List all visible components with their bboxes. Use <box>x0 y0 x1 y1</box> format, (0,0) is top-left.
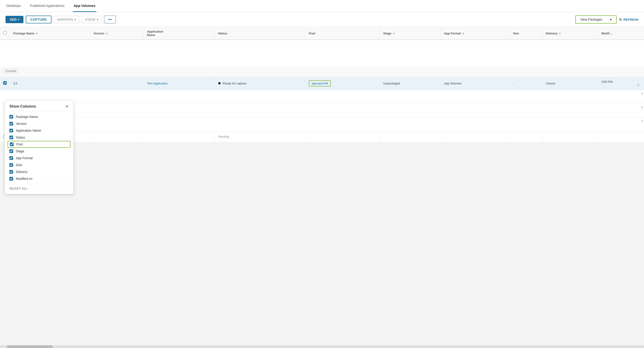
col-checkbox-application-name[interactable] <box>10 129 13 132</box>
header-package-name[interactable]: Package Name ▾ <box>10 27 90 40</box>
spacer-row-1: ▾ <box>0 90 644 104</box>
row1-app-format: App Volumes <box>441 77 510 90</box>
col-checkbox-app-format[interactable] <box>10 156 13 160</box>
pending-status: Pending <box>215 131 306 142</box>
header-application-name[interactable]: ApplicationName <box>144 27 215 40</box>
view-packages-button[interactable]: View Packages ▾ <box>575 15 617 24</box>
row1-status: Ready for capture <box>215 77 306 90</box>
packages-table: Package Name ▾ Version ▾ ApplicationName… <box>0 27 644 142</box>
sort-stage-icon: ▾ <box>393 32 394 35</box>
refresh-icon: ↻ <box>619 17 622 22</box>
col-checkbox-version[interactable] <box>10 122 13 126</box>
row1-package-name: 3.5 <box>10 77 90 90</box>
main-area: Package Name ▾ Version ▾ ApplicationName… <box>0 27 644 348</box>
row1-checkbox[interactable] <box>3 81 7 85</box>
view-packages-chevron-icon: ▾ <box>610 18 612 21</box>
col-checkbox-stage[interactable] <box>10 149 13 153</box>
table-row[interactable]: 3.5 Test Application Ready for capture a… <box>0 77 644 90</box>
add-button[interactable]: ADD ▾ <box>6 16 24 23</box>
sort-version-icon: ▾ <box>106 32 108 35</box>
header-status[interactable]: Status <box>215 27 306 40</box>
status-dot-icon <box>218 82 220 84</box>
scrollbar-thumb[interactable] <box>7 345 53 348</box>
pending-row[interactable]: Pending <box>0 131 644 142</box>
panel-item-package-name: Package Name <box>10 113 69 120</box>
pending-pool <box>306 131 380 142</box>
panel-item-application-name: Application Name <box>10 127 69 134</box>
select-all-button[interactable]: SELECT ALL <box>10 187 28 190</box>
header-version[interactable]: Version ▾ <box>90 27 144 40</box>
panel-items: Package Name Version Application Name St… <box>5 112 73 184</box>
row1-stage: Unpackaged <box>380 77 441 90</box>
sort-delivery-icon: ▾ <box>559 32 560 35</box>
row1-delivery: Classic <box>542 77 598 90</box>
spacer-row-3: ▾ <box>0 117 644 131</box>
pending-version <box>90 131 144 142</box>
header-size[interactable]: Size <box>510 27 542 40</box>
header-modified[interactable]: Modif… <box>598 27 644 40</box>
capture-button[interactable]: CAPTURE <box>26 15 51 23</box>
table-header-row: Package Name ▾ Version ▾ ApplicationName… <box>0 27 644 40</box>
row1-version <box>90 77 144 90</box>
table-wrapper: Package Name ▾ Version ▾ ApplicationName… <box>0 27 644 142</box>
row1-modified: 3/20 PM 1/ <box>598 77 644 90</box>
col-checkbox-package-name[interactable] <box>10 115 13 119</box>
pending-stage <box>380 131 441 142</box>
header-stage[interactable]: Stage ▾ <box>380 27 441 40</box>
panel-footer: SELECT ALL <box>5 184 73 194</box>
panel-item-app-format: App Format <box>10 155 69 162</box>
row1-application-name[interactable]: Test Application <box>144 77 215 90</box>
horizontal-scrollbar[interactable] <box>0 345 644 348</box>
panel-title: Show Columns <box>10 104 36 109</box>
top-navigation: Desktops Published Applications App Volu… <box>0 0 644 12</box>
show-columns-panel: Show Columns ✕ Package Name Version Appl… <box>4 100 74 194</box>
pending-app-format <box>441 131 510 142</box>
tab-app-volumes[interactable]: App Volumes <box>73 0 96 12</box>
toolbar: ADD ▾ CAPTURE MARKERS ▾ STAGE ▾ ••• View… <box>0 12 644 27</box>
refresh-button[interactable]: ↻ REFRESH <box>619 17 638 22</box>
panel-item-pool: Pool <box>8 141 70 148</box>
panel-item-version: Version <box>10 120 69 127</box>
tab-published-applications[interactable]: Published Applications <box>29 0 66 12</box>
markers-button[interactable]: MARKERS ▾ <box>54 16 79 23</box>
more-options-button[interactable]: ••• <box>104 15 116 23</box>
row1-pool-value[interactable]: appcap1449 <box>309 80 331 86</box>
empty-row <box>0 40 644 67</box>
current-marker-row: ( Current ) <box>0 67 644 77</box>
panel-item-size: Size <box>10 162 69 168</box>
col-checkbox-size[interactable] <box>10 163 13 167</box>
row1-pool[interactable]: appcap1449 <box>306 77 380 90</box>
stage-chevron-icon: ▾ <box>97 18 98 21</box>
sort-package-name-icon: ▾ <box>36 32 38 35</box>
panel-close-button[interactable]: ✕ <box>65 104 69 109</box>
pending-delivery <box>542 131 598 142</box>
row1-size: - <box>510 77 542 90</box>
col-checkbox-delivery[interactable] <box>10 170 13 174</box>
markers-chevron-icon: ▾ <box>74 18 76 21</box>
row1-app-link[interactable]: Test Application <box>147 82 168 85</box>
header-app-format[interactable]: App Format ▾ <box>441 27 510 40</box>
panel-item-stage: Stage <box>10 148 69 155</box>
panel-item-modified-on: Modified on <box>10 175 69 182</box>
panel-item-status: Status <box>10 134 69 141</box>
header-pool[interactable]: Pool <box>306 27 380 40</box>
panel-item-delivery: Delivery <box>10 168 69 175</box>
header-delivery[interactable]: Delivery ▾ <box>542 27 598 40</box>
select-all-checkbox[interactable] <box>3 31 7 35</box>
col-checkbox-modified-on[interactable] <box>10 177 13 180</box>
header-checkbox-cell <box>0 27 10 40</box>
row1-checkbox-cell <box>0 77 10 90</box>
panel-header: Show Columns ✕ <box>5 101 73 112</box>
sort-app-format-icon: ▾ <box>462 32 464 35</box>
pending-size <box>510 131 542 142</box>
col-checkbox-pool[interactable] <box>10 143 14 146</box>
add-chevron-icon: ▾ <box>18 18 19 21</box>
current-marker-badge: ( Current ) <box>3 69 18 73</box>
tab-desktops[interactable]: Desktops <box>6 0 22 12</box>
pending-application-name <box>144 131 215 142</box>
col-checkbox-status[interactable] <box>10 136 13 139</box>
spacer-row-2: ▾ <box>0 104 644 117</box>
stage-button[interactable]: STAGE ▾ <box>82 16 102 23</box>
pending-modified <box>598 131 644 142</box>
